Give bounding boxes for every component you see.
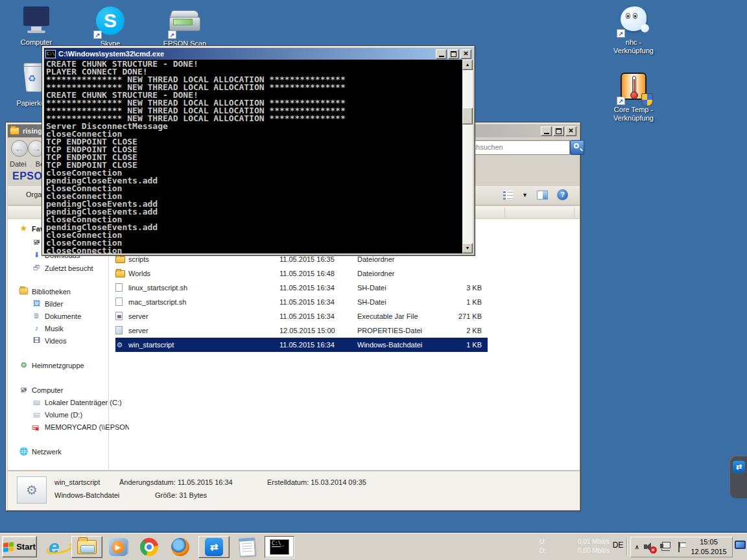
file-row-server-jar[interactable]: server 11.05.2015 16:34 Executable Jar F… [115, 309, 488, 323]
menu-datei[interactable]: Datei [10, 160, 27, 170]
network-status-icon[interactable] [660, 542, 672, 552]
batch-file-large-icon: ⚙ [17, 476, 47, 504]
taskbar-internet-explorer[interactable]: e [42, 537, 66, 557]
sidebar-item-musik[interactable]: ♪ Musik [32, 323, 129, 334]
views-dropdown-icon[interactable]: ▼ [522, 192, 528, 198]
folder-icon [10, 127, 19, 135]
teamviewer-edge-panel[interactable]: ⇄ [729, 456, 747, 498]
taskbar-media-player[interactable]: ▶ [106, 537, 130, 557]
sidebar-item-memorycard[interactable]: 🖴✖ MEMORYCARD (\\EPSON [32, 421, 129, 432]
desktop-icon-label: Core Temp -Verknüpfung [606, 106, 661, 122]
sidebar-item-bibliotheken[interactable]: Bibliotheken [19, 286, 116, 297]
sidebar-item-heimnetzgruppe[interactable]: ❂ Heimnetzgruppe [19, 360, 116, 371]
scanner-icon: ↗ [169, 6, 200, 38]
chrome-icon [140, 538, 158, 556]
display-tray-icon[interactable] [735, 541, 746, 549]
show-hidden-icons-chevron[interactable]: ∧ [635, 544, 639, 550]
action-center-flag-icon[interactable] [677, 542, 687, 553]
scroll-up-button[interactable]: ▲ [462, 60, 473, 70]
tray-separator [626, 538, 628, 556]
sidebar-item-zuletzt-besucht[interactable]: 🗗 Zuletzt besucht [32, 262, 129, 274]
desktop-icon-label: nhc - Verknüpfung [606, 38, 661, 55]
desktop-icon-skype[interactable]: S ↗ Skype [83, 6, 137, 48]
minimize-button[interactable] [541, 126, 552, 136]
desktop-icon-nhc[interactable]: ↗ nhc - Verknüpfung [606, 5, 661, 55]
sidebar-item-dokumente[interactable]: 🗎 Dokumente [32, 310, 129, 321]
preview-pane-icon[interactable] [537, 191, 548, 200]
sidebar-item-bilder[interactable]: 🖼 Bilder [32, 298, 129, 309]
start-button[interactable]: Start [2, 536, 37, 557]
windows-logo-icon [3, 542, 14, 552]
file-icon [115, 283, 123, 292]
views-icon[interactable] [503, 191, 513, 200]
desktop-icon-epson-scan[interactable]: ↗ EPSON Scan [158, 6, 212, 48]
sidebar-item-netzwerk[interactable]: 🌐 Netzwerk [19, 446, 116, 457]
cmd-icon: C:\ [45, 50, 56, 58]
console-scrollbar[interactable]: ▲ ▼ [462, 60, 473, 253]
volume-muted-icon[interactable]: ✕ [644, 542, 655, 552]
console-text: CREATE CHUNK STRUCTURE - DONE! PLAYER CO… [44, 60, 462, 253]
desktop-mini-icon: 🖳 [32, 238, 42, 246]
taskbar-notepad[interactable] [235, 537, 259, 557]
core-temp-icon: ↗ [618, 73, 649, 104]
sidebar-item-lokaler-datentraeger[interactable]: 🖴 Lokaler Datenträger (C:) [32, 397, 129, 408]
internet-explorer-icon: e [49, 537, 60, 557]
clock-date: 12.05.2015 [687, 547, 730, 557]
taskbar-clock[interactable]: 15:05 12.05.2015 [687, 537, 730, 557]
skype-icon: S ↗ [95, 6, 126, 38]
scroll-thumb[interactable] [462, 108, 473, 124]
details-modified: Änderungsdatum: 11.05.2015 16:34 [119, 478, 233, 486]
desktop: Computer S ↗ Skype ↗ EPSON Scan ↗ nhc - … [0, 0, 747, 560]
notepad-icon [239, 537, 255, 557]
cmd-window: C:\ C:\Windows\system32\cmd.exe ✕ CREATE… [42, 45, 475, 256]
taskbar: Start e ▶ ⇄ C:\_ U:0,01 Mbit/s D:0,00 Mb… [0, 533, 747, 560]
sidebar-item-volume-d[interactable]: 🖴 Volume (D:) [32, 409, 129, 420]
sidebar-item-computer[interactable]: 🖳 Computer [19, 384, 116, 395]
file-row-mac-startscript[interactable]: mac_startscript.sh 11.05.2015 16:34 SH-D… [115, 295, 488, 309]
net-speed-monitor[interactable]: U:0,01 Mbit/s D:0,00 Mbit/s [540, 537, 610, 555]
minimize-button[interactable] [436, 49, 447, 59]
file-row-worlds[interactable]: Worlds 11.05.2015 16:48 Dateiordner [115, 266, 488, 281]
shortcut-arrow-icon: ↗ [617, 29, 625, 38]
jar-file-icon [115, 312, 123, 320]
file-row-server-properties[interactable]: server 12.05.2015 15:00 PROPERTIES-Datei… [115, 323, 488, 338]
help-icon[interactable]: ? [557, 189, 568, 200]
cmd-title-bar[interactable]: C:\ C:\Windows\system32\cmd.exe ✕ [44, 48, 473, 60]
taskbar-teamviewer-button[interactable]: ⇄ [198, 536, 230, 558]
properties-file-icon [115, 326, 123, 334]
clock-time: 15:05 [687, 537, 730, 547]
computer-mini-icon: 🖳 [19, 386, 29, 394]
console-output[interactable]: CREATE CHUNK STRUCTURE - DONE! PLAYER CO… [44, 60, 462, 253]
computer-icon [21, 5, 52, 36]
uac-shield-icon [641, 93, 653, 106]
taskbar-explorer-button[interactable] [71, 536, 102, 558]
file-icon [115, 298, 123, 306]
details-size: Größe: 31 Bytes [155, 491, 207, 499]
shortcut-arrow-icon: ↗ [93, 30, 102, 39]
pictures-icon: 🖼 [32, 299, 42, 308]
search-icon [574, 143, 579, 148]
back-button[interactable]: ← [11, 140, 28, 157]
taskbar-firefox[interactable] [168, 537, 193, 557]
cmd-icon: C:\_ [270, 539, 289, 555]
close-button[interactable]: ✕ [565, 126, 576, 136]
maximize-button[interactable] [553, 126, 564, 136]
file-row-win-startscript-selected[interactable]: ⚙ win_startscript 11.05.2015 16:34 Windo… [115, 338, 488, 352]
shortcut-arrow-icon: ↗ [617, 97, 625, 105]
language-indicator[interactable]: DE [611, 541, 625, 550]
recent-places-icon: 🗗 [32, 264, 42, 272]
videos-icon: 🎞 [32, 336, 42, 345]
file-row-linux-startscript[interactable]: linux_startscript.sh 11.05.2015 16:34 SH… [115, 281, 488, 295]
close-button[interactable]: ✕ [460, 49, 471, 59]
taskbar-chrome[interactable] [137, 537, 161, 557]
maximize-button[interactable] [448, 49, 459, 59]
taskbar-cmd-button-active[interactable]: C:\_ [265, 536, 294, 558]
music-icon: ♪ [32, 324, 42, 332]
search-button[interactable] [570, 140, 584, 155]
details-created: Erstelldatum: 15.03.2014 09:35 [267, 478, 366, 486]
desktop-icon-core-temp[interactable]: ↗ Core Temp -Verknüpfung [606, 73, 661, 122]
sidebar-item-videos[interactable]: 🎞 Videos [32, 335, 129, 346]
scroll-down-button[interactable]: ▼ [462, 243, 473, 253]
folder-icon [115, 256, 125, 263]
desktop-icon-computer[interactable]: Computer [9, 5, 64, 47]
